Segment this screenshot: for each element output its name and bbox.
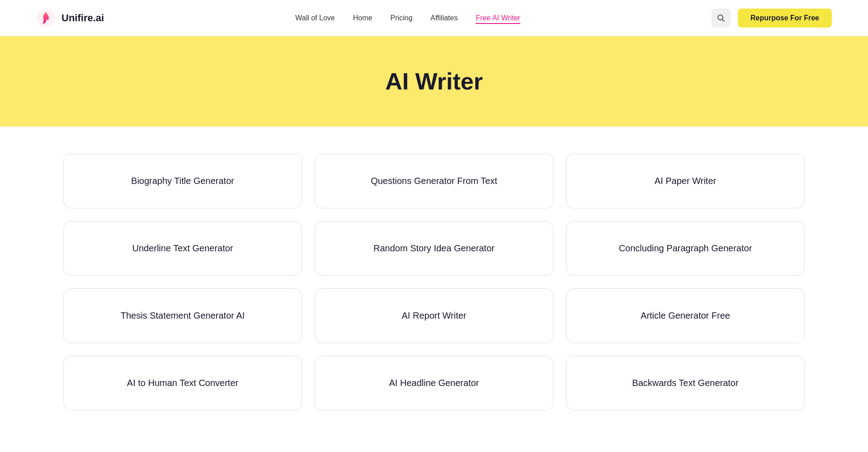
card-item[interactable]: Article Generator Free <box>566 288 805 343</box>
nav-affiliates[interactable]: Affiliates <box>430 14 458 22</box>
navbar-center: Wall of Love Home Pricing Affiliates Fre… <box>295 14 520 22</box>
card-label: AI to Human Text Converter <box>127 378 238 388</box>
card-label: Questions Generator From Text <box>371 176 497 186</box>
card-item[interactable]: Backwards Text Generator <box>566 356 805 410</box>
card-item[interactable]: AI Paper Writer <box>566 154 805 208</box>
card-label: Biography Title Generator <box>131 176 234 186</box>
card-label: Backwards Text Generator <box>632 378 738 388</box>
navbar-left: Unifire.ai <box>36 8 104 28</box>
svg-line-2 <box>722 19 724 21</box>
card-label: Concluding Paragraph Generator <box>619 243 752 254</box>
hero-banner: AI Writer <box>0 36 868 127</box>
card-item[interactable]: AI to Human Text Converter <box>63 356 302 410</box>
nav-wall-of-love[interactable]: Wall of Love <box>295 14 335 22</box>
card-item[interactable]: AI Report Writer <box>315 288 553 343</box>
card-label: Underline Text Generator <box>132 243 233 254</box>
search-icon <box>717 14 725 22</box>
card-item[interactable]: Questions Generator From Text <box>315 154 553 208</box>
card-item[interactable]: Thesis Statement Generator AI <box>63 288 302 343</box>
card-label: Thesis Statement Generator AI <box>121 311 245 321</box>
nav-free-ai-writer[interactable]: Free AI Writer <box>476 14 520 22</box>
card-label: AI Headline Generator <box>389 378 479 388</box>
card-label: AI Paper Writer <box>655 176 716 186</box>
card-item[interactable]: Random Story Idea Generator <box>315 221 553 276</box>
nav-pricing[interactable]: Pricing <box>390 14 412 22</box>
card-item[interactable]: AI Headline Generator <box>315 356 553 410</box>
card-label: AI Report Writer <box>402 311 467 321</box>
card-label: Article Generator Free <box>641 311 730 321</box>
navbar-right: Repurpose For Free <box>712 9 832 28</box>
main-content: Biography Title GeneratorQuestions Gener… <box>0 127 868 438</box>
brand-name: Unifire.ai <box>61 12 104 24</box>
repurpose-button[interactable]: Repurpose For Free <box>738 9 832 28</box>
card-label: Random Story Idea Generator <box>373 243 495 254</box>
card-item[interactable]: Biography Title Generator <box>63 154 302 208</box>
cards-grid: Biography Title GeneratorQuestions Gener… <box>63 154 805 410</box>
hero-title: AI Writer <box>0 68 868 95</box>
logo-icon <box>36 8 56 28</box>
card-item[interactable]: Concluding Paragraph Generator <box>566 221 805 276</box>
navbar: Unifire.ai Wall of Love Home Pricing Aff… <box>0 0 868 36</box>
nav-home[interactable]: Home <box>353 14 373 22</box>
search-button[interactable] <box>712 9 731 28</box>
card-item[interactable]: Underline Text Generator <box>63 221 302 276</box>
